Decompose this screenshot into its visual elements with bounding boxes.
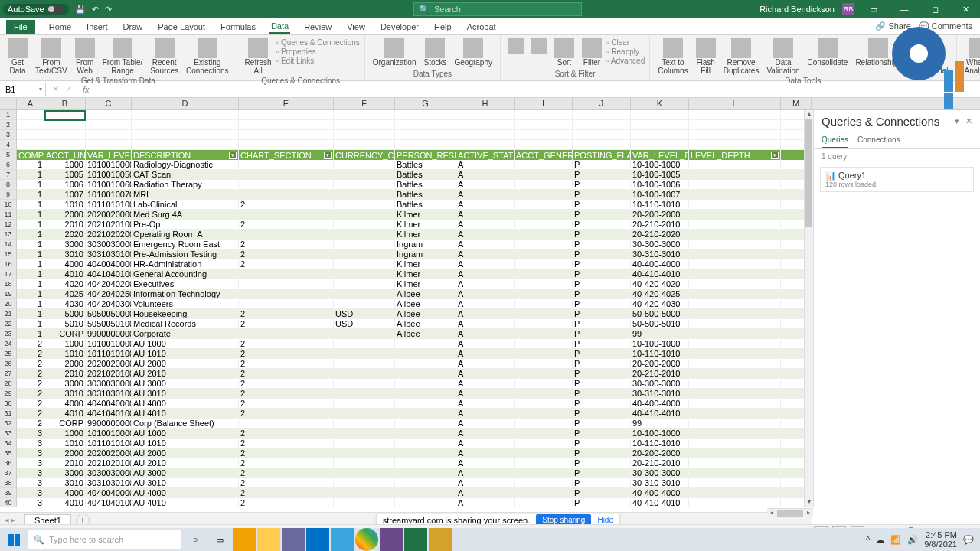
row-header[interactable]: 25 — [0, 349, 17, 359]
cell[interactable] — [514, 140, 573, 150]
row-header[interactable]: 24 — [0, 339, 17, 349]
cell[interactable] — [334, 409, 395, 419]
cell[interactable]: P — [573, 478, 631, 488]
cell[interactable]: Battles — [395, 190, 456, 200]
cell[interactable]: Battles — [395, 160, 456, 170]
cell[interactable] — [334, 389, 395, 399]
menu-tab-view[interactable]: View — [345, 21, 367, 33]
column-header-M[interactable]: M — [781, 98, 812, 109]
cell[interactable]: 2 — [239, 349, 334, 359]
cell[interactable]: 20-210-2010 — [631, 458, 689, 468]
queries-tab[interactable]: Queries — [822, 132, 848, 148]
cell[interactable]: Emergency Room East — [132, 240, 239, 249]
cell[interactable] — [334, 448, 395, 458]
cell[interactable] — [334, 230, 395, 240]
comments-button[interactable]: 💬 Comments — [919, 21, 972, 31]
cell[interactable]: P — [573, 220, 631, 230]
row-header[interactable]: 10 — [0, 200, 17, 210]
cell[interactable] — [395, 468, 456, 478]
table-header-var_level_disp[interactable]: VAR_LEVEL_DISP▾ — [631, 150, 689, 160]
maximize-icon[interactable]: ◻ — [923, 5, 946, 15]
menu-tab-page-layout[interactable]: Page Layout — [156, 21, 207, 33]
cell[interactable] — [239, 419, 334, 429]
cell[interactable]: A — [456, 190, 514, 200]
ribbon-get-data[interactable]: Get Data — [5, 37, 31, 77]
cell[interactable] — [689, 200, 781, 210]
cell[interactable]: Operating Room A — [132, 230, 239, 240]
cell[interactable]: 10110101000000000000000000000 — [86, 439, 132, 448]
cell[interactable] — [514, 180, 573, 190]
minimize-icon[interactable]: — — [893, 5, 916, 14]
cell[interactable] — [334, 240, 395, 249]
cell[interactable]: 10-100-1000 — [631, 160, 689, 170]
ribbon-properties[interactable]: ▫ Properties — [276, 47, 360, 56]
cell[interactable]: 1 — [17, 240, 44, 249]
cell[interactable]: 20210201000000000000000000000 — [86, 369, 132, 379]
table-row[interactable]: 282300030300300000000000000000000000AU 3… — [0, 379, 812, 389]
cell[interactable] — [334, 419, 395, 429]
cell[interactable]: 40400400000000000000000000000 — [86, 399, 132, 409]
cell[interactable]: A — [456, 220, 514, 230]
cell[interactable]: P — [573, 409, 631, 419]
cancel-formula-icon[interactable]: ✕ — [52, 84, 59, 94]
cell[interactable] — [631, 130, 689, 140]
menu-tab-file[interactable]: File — [6, 20, 35, 34]
menu-tab-insert[interactable]: Insert — [85, 21, 109, 33]
cell[interactable] — [239, 160, 334, 170]
cell[interactable]: 1010 — [44, 200, 86, 210]
table-row[interactable]: 131202020210202000000000000000000000Oper… — [0, 230, 812, 240]
panel-options-icon[interactable]: ▾ — [955, 116, 959, 126]
cell[interactable]: General Accounting — [132, 269, 239, 279]
table-row[interactable]: 191402540420402500000000000000000000Info… — [0, 289, 812, 299]
cell[interactable]: HR-Administration — [132, 259, 239, 269]
menu-tab-developer[interactable]: Developer — [379, 21, 420, 33]
cell[interactable] — [514, 339, 573, 349]
cell[interactable] — [334, 498, 395, 507]
cell[interactable]: 2010 — [44, 369, 86, 379]
cell[interactable]: AU 1010 — [132, 349, 239, 359]
cell[interactable] — [334, 359, 395, 369]
cell[interactable] — [395, 458, 456, 468]
menu-tab-data[interactable]: Data — [270, 20, 290, 34]
table-row[interactable]: 292301030310301000000000000000000000AU 3… — [0, 389, 812, 399]
column-header-J[interactable]: J — [573, 98, 631, 109]
cell[interactable] — [17, 140, 44, 150]
cell[interactable] — [334, 220, 395, 230]
cell[interactable]: 1 — [17, 230, 44, 240]
cell[interactable] — [395, 120, 456, 130]
cell[interactable]: 1 — [17, 220, 44, 230]
cell[interactable] — [689, 478, 781, 488]
select-all-corner[interactable] — [0, 98, 17, 109]
cell[interactable] — [239, 299, 334, 309]
cell[interactable] — [239, 190, 334, 200]
cell[interactable]: Radiology-Diagnostic — [132, 160, 239, 170]
cell[interactable] — [395, 359, 456, 369]
row-header[interactable]: 28 — [0, 379, 17, 389]
cell[interactable]: Kilmer — [395, 230, 456, 240]
formula-input[interactable] — [96, 83, 980, 96]
cell[interactable]: 1 — [17, 200, 44, 210]
volume-icon[interactable]: 🔊 — [907, 535, 918, 545]
worksheet-grid[interactable]: 12345COMPANY▾ACCT_UNIT▾VAR_LEVELS▾DESCRI… — [0, 110, 812, 507]
cell[interactable] — [514, 259, 573, 269]
table-row[interactable]: 181402040420402000000000000000000000Exec… — [0, 279, 812, 289]
cell[interactable]: 20-210-2010 — [631, 369, 689, 379]
cell[interactable]: AU 2010 — [132, 458, 239, 468]
cell[interactable]: AU 1000 — [132, 429, 239, 439]
cell[interactable]: P — [573, 190, 631, 200]
cell[interactable]: 10-100-1000 — [631, 429, 689, 439]
cell[interactable]: 20210201000000000000000000000 — [86, 220, 132, 230]
row-header[interactable]: 16 — [0, 259, 17, 269]
row-header[interactable]: 38 — [0, 478, 17, 488]
cell[interactable]: 1 — [17, 319, 44, 329]
cell[interactable]: A — [456, 230, 514, 240]
cell[interactable] — [514, 210, 573, 220]
cell[interactable]: AU 2010 — [132, 369, 239, 379]
table-row[interactable]: 121201020210201000000000000000000000Pre-… — [0, 220, 812, 230]
start-button[interactable] — [0, 528, 28, 551]
cell[interactable]: 1000 — [44, 339, 86, 349]
cell[interactable]: Medical Records — [132, 319, 239, 329]
cell[interactable]: 3 — [17, 478, 44, 488]
cell[interactable]: 5010 — [44, 319, 86, 329]
cell[interactable]: 50-500-5000 — [631, 309, 689, 319]
